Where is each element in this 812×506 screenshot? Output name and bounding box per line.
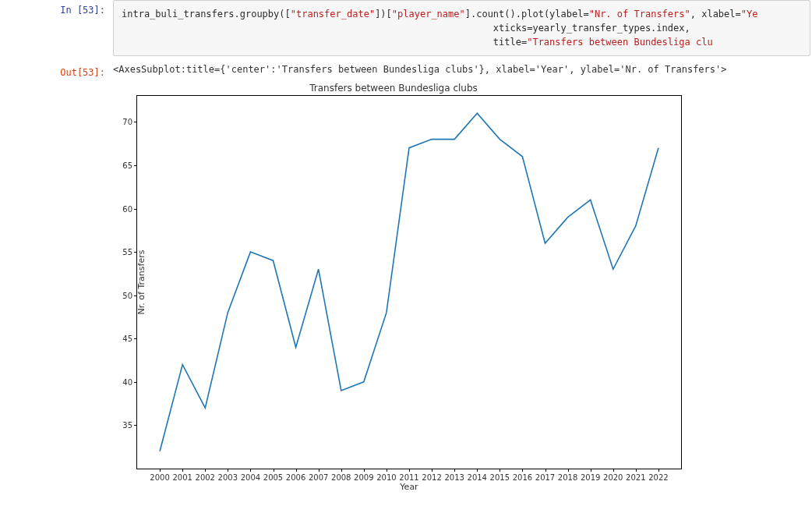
y-tick-label: 55 <box>122 248 132 257</box>
code-cell[interactable]: intra_buli_transfers.groupby(["transfer_… <box>113 0 810 56</box>
x-tick-label: 2001 <box>172 473 192 482</box>
code-token: xticks= <box>493 23 533 34</box>
code-indent <box>122 23 493 34</box>
x-tick-label: 2002 <box>196 473 215 482</box>
x-tick-label: 2018 <box>558 473 577 482</box>
y-tick-label: 50 <box>122 291 132 299</box>
y-tick <box>134 252 137 253</box>
x-tick <box>341 469 342 472</box>
y-tick-label: 70 <box>122 118 132 126</box>
x-axis-label: Year <box>400 482 418 492</box>
y-tick <box>134 338 137 339</box>
code-token: , xlabel= <box>690 9 741 19</box>
x-tick <box>568 469 569 472</box>
code-token: yearly_transfer_types.index, <box>532 23 690 34</box>
y-tick <box>134 425 137 426</box>
y-tick <box>134 382 137 383</box>
x-tick <box>522 469 523 472</box>
x-tick <box>364 469 365 472</box>
x-tick <box>182 469 183 472</box>
y-tick-label: 65 <box>122 161 132 169</box>
code-token: ])[ <box>375 9 392 19</box>
output-cell-row: Out[53]: <AxesSubplot:title={'center':'T… <box>0 62 812 78</box>
x-tick-label: 2012 <box>422 473 441 482</box>
x-tick-label: 2005 <box>263 473 283 482</box>
code-token: title= <box>493 37 527 48</box>
x-tick-label: 2009 <box>354 473 373 482</box>
x-tick-label: 2017 <box>535 473 555 482</box>
x-tick-label: 2008 <box>331 473 351 482</box>
x-tick-label: 2022 <box>648 473 668 482</box>
x-tick <box>274 469 274 472</box>
code-token: ].count().plot(ylabel= <box>465 9 589 19</box>
y-tick <box>134 295 137 296</box>
x-tick <box>228 469 228 472</box>
chart-line <box>137 96 681 469</box>
x-tick-label: 2014 <box>468 473 487 482</box>
code-string: "Ye <box>741 9 758 19</box>
x-tick <box>591 469 591 472</box>
x-tick-label: 2006 <box>286 473 305 482</box>
x-tick-label: 2010 <box>376 473 396 482</box>
x-tick <box>250 469 251 472</box>
x-tick-label: 2020 <box>603 473 623 482</box>
x-tick <box>409 469 410 472</box>
x-tick <box>613 469 614 472</box>
code-indent <box>122 37 493 48</box>
y-tick <box>134 165 137 166</box>
x-tick-label: 2019 <box>581 473 600 482</box>
x-tick <box>319 469 320 472</box>
plot-area: Transfers between Bundesliga clubs Nr. o… <box>105 83 682 469</box>
x-tick <box>454 469 455 472</box>
x-tick <box>636 469 637 472</box>
x-tick <box>160 469 161 472</box>
x-tick <box>477 469 478 472</box>
x-tick-label: 2011 <box>399 473 418 482</box>
x-tick-label: 2021 <box>626 473 645 482</box>
y-tick-label: 35 <box>122 421 132 430</box>
x-tick <box>545 469 546 472</box>
x-tick <box>432 469 432 472</box>
code-string: "player_name" <box>392 9 465 19</box>
y-tick-label: 60 <box>122 204 132 213</box>
x-tick <box>296 469 297 472</box>
x-tick <box>205 469 206 472</box>
y-tick <box>134 209 137 210</box>
y-tick-label: 40 <box>122 377 132 386</box>
y-tick <box>134 122 137 122</box>
code-token: intra_buli_transfers.groupby([ <box>122 9 291 19</box>
code-string: "transfer_date" <box>291 9 375 19</box>
x-tick-label: 2007 <box>309 473 328 482</box>
spacer <box>0 56 812 62</box>
x-tick-label: 2015 <box>490 473 510 482</box>
output-prompt: Out[53]: <box>0 62 113 78</box>
output-repr: <AxesSubplot:title={'center':'Transfers … <box>113 62 812 78</box>
chart-series-line <box>160 113 658 451</box>
x-tick <box>658 469 659 472</box>
x-tick-label: 2003 <box>218 473 238 482</box>
chart-title: Transfers between Bundesliga clubs <box>105 83 682 94</box>
x-tick <box>387 469 387 472</box>
code-string: "Transfers between Bundesliga clu <box>527 37 712 48</box>
input-prompt: In [53]: <box>0 0 113 16</box>
x-tick <box>500 469 500 472</box>
y-tick-label: 45 <box>122 334 132 343</box>
x-tick-label: 2016 <box>513 473 532 482</box>
notebook-root: In [53]: intra_buli_transfers.groupby(["… <box>0 0 812 506</box>
x-tick-label: 2013 <box>444 473 464 482</box>
x-tick-label: 2004 <box>241 473 260 482</box>
x-tick-label: 2000 <box>150 473 169 482</box>
input-cell-row: In [53]: intra_buli_transfers.groupby(["… <box>0 0 812 56</box>
code-string: "Nr. of Transfers" <box>589 9 690 19</box>
chart-axes: Nr. of Transfers Year 354045505560657020… <box>136 95 682 469</box>
